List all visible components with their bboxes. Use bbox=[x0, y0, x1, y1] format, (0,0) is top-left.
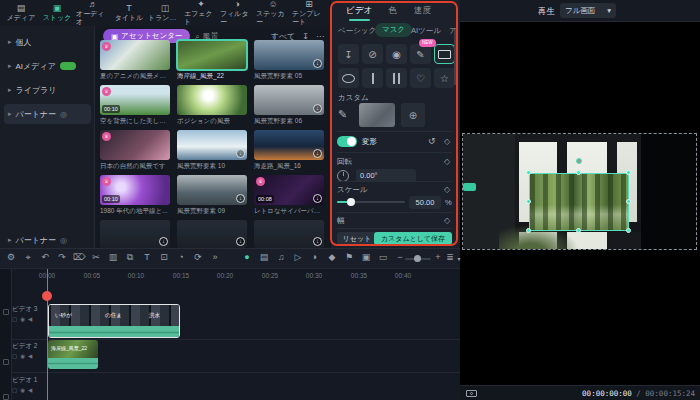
audio-tool-icon[interactable]: ♫ bbox=[274, 252, 288, 262]
undo-icon[interactable]: ↶ bbox=[38, 252, 52, 262]
download-icon[interactable]: ↓ bbox=[313, 59, 322, 68]
record-voiceover-icon[interactable]: ● bbox=[240, 252, 254, 262]
keyframe-tool-icon[interactable]: ◆ bbox=[325, 252, 339, 262]
save-as-custom-button[interactable]: カスタムとして保存 bbox=[374, 232, 452, 245]
lock-icon[interactable]: ▢ bbox=[12, 353, 17, 359]
timeline-zoom-knob[interactable] bbox=[414, 255, 421, 262]
custom-mask-thumbnail[interactable] bbox=[359, 103, 395, 127]
mute-icon[interactable]: ◀ bbox=[28, 316, 32, 322]
menu-effect[interactable]: ✦エフェクト bbox=[184, 1, 218, 25]
resize-handle[interactable] bbox=[526, 170, 531, 175]
sidebar-item-partner-bottom[interactable]: ▸パートナー◎ bbox=[4, 230, 91, 250]
subtab-ai-tool[interactable]: AIツール bbox=[411, 26, 441, 36]
timeline-clip-video2[interactable]: 海岸線_風景_22 bbox=[48, 340, 98, 369]
eye-icon[interactable]: ◉ bbox=[20, 353, 25, 359]
text-tool-icon[interactable]: T bbox=[140, 252, 154, 262]
lock-icon[interactable]: ▢ bbox=[12, 387, 17, 393]
preview-play-icon[interactable]: ▷ bbox=[291, 252, 305, 262]
eye-icon[interactable]: ◉ bbox=[20, 387, 25, 393]
keyframe-diamond-icon[interactable]: ◇ bbox=[444, 185, 450, 194]
download-icon[interactable]: ↓ bbox=[236, 194, 245, 203]
library-item[interactable]: ♕ 夏のアニメの風景メデ... bbox=[100, 40, 170, 81]
menu-audio[interactable]: ♬オーディオ bbox=[76, 1, 110, 25]
keyframe-diamond-icon[interactable]: ◇ bbox=[444, 157, 450, 166]
pointer-icon[interactable]: ⌖ bbox=[21, 252, 35, 263]
library-item-selected[interactable]: 海岸線_風景_22 bbox=[177, 40, 247, 81]
keyframe-diamond-icon[interactable]: ◇ bbox=[444, 137, 450, 146]
sidebar-item-personal[interactable]: ▸個人 bbox=[4, 32, 91, 52]
split-scissors-icon[interactable]: ✂ bbox=[89, 252, 103, 262]
library-item[interactable]: ↓ 風景荒野要素 10 bbox=[177, 130, 247, 171]
mask-draw-button[interactable]: ✎ bbox=[410, 44, 431, 64]
menu-filter[interactable]: ◑フィルター bbox=[220, 1, 254, 25]
mask-parallel-button[interactable] bbox=[386, 68, 407, 88]
download-icon[interactable]: ↓ bbox=[159, 237, 168, 246]
library-item[interactable]: ↓ 海走路_風景_16 bbox=[254, 130, 324, 171]
mute-icon[interactable]: ◀ bbox=[28, 353, 32, 359]
library-item[interactable]: ↓ bbox=[254, 220, 324, 248]
speed-icon[interactable]: ◔ bbox=[174, 252, 188, 262]
resize-handle[interactable] bbox=[526, 228, 531, 233]
download-icon[interactable]: ↓ bbox=[313, 104, 322, 113]
scene-detect-icon[interactable]: ▤ bbox=[257, 252, 271, 262]
download-icon[interactable]: ↓ bbox=[236, 149, 245, 158]
lock-icon[interactable]: ▢ bbox=[12, 316, 17, 322]
resize-handle[interactable] bbox=[576, 170, 581, 175]
mute-icon[interactable]: ◀ bbox=[28, 387, 32, 393]
library-item[interactable]: ↓ 風景荒野要素 09 bbox=[177, 175, 247, 216]
timeline-clip-video3[interactable]: い砂が の住ま 洪水 bbox=[48, 304, 180, 338]
library-item[interactable]: ↓ 風景荒野要素 05 bbox=[254, 40, 324, 81]
more-tools-icon[interactable]: » bbox=[208, 252, 222, 262]
download-icon[interactable]: ↓ bbox=[313, 237, 322, 246]
mask-line-button[interactable] bbox=[362, 68, 383, 88]
zoom-out-icon[interactable]: − bbox=[393, 252, 407, 262]
tab-color[interactable]: 色 bbox=[388, 5, 397, 17]
menu-media[interactable]: ▤メディア bbox=[4, 1, 38, 25]
resize-handle[interactable] bbox=[626, 170, 631, 175]
mask-import-button[interactable]: ↧ bbox=[338, 44, 359, 64]
resize-handle[interactable] bbox=[526, 199, 531, 204]
crop-ratio-icon[interactable]: ⊡ bbox=[157, 252, 171, 262]
panel-scrollbar[interactable] bbox=[454, 30, 457, 85]
track-option-icon[interactable] bbox=[3, 309, 9, 315]
reset-keyframe-icon[interactable]: ↺ bbox=[428, 136, 436, 146]
eye-icon[interactable]: ◉ bbox=[20, 316, 25, 322]
rotate-handle[interactable] bbox=[576, 158, 582, 164]
crop-icon[interactable]: ▥ bbox=[106, 252, 120, 262]
redo-icon[interactable]: ↷ bbox=[55, 252, 69, 262]
track-option-icon[interactable] bbox=[3, 359, 9, 365]
menu-sticker[interactable]: ☺ステッカー bbox=[256, 1, 290, 25]
delete-icon[interactable]: ⌦ bbox=[72, 252, 86, 262]
playhead-line[interactable] bbox=[47, 269, 48, 400]
marker-flag-icon[interactable]: ⚑ bbox=[342, 252, 356, 262]
mask-ellipse-button[interactable] bbox=[338, 68, 359, 88]
duplicate-icon[interactable]: ⧉ bbox=[123, 252, 137, 263]
resize-handle[interactable] bbox=[576, 228, 581, 233]
download-icon[interactable]: ↓ bbox=[236, 237, 245, 246]
rotate-tool-icon[interactable]: ⟳ bbox=[191, 252, 205, 262]
custom-add-button[interactable]: ⊕ bbox=[401, 103, 425, 127]
chevron-down-icon[interactable]: ▾ bbox=[452, 255, 466, 262]
screen-fit-icon[interactable]: ▭ bbox=[376, 252, 390, 262]
snapshot-tool-icon[interactable]: ▣ bbox=[359, 252, 373, 262]
scale-slider-knob[interactable] bbox=[347, 198, 355, 206]
mask-heart-button[interactable]: ♡ bbox=[410, 68, 431, 88]
resize-handle[interactable] bbox=[626, 228, 631, 233]
mask-star-button[interactable]: ☆ bbox=[434, 68, 455, 88]
tab-speed[interactable]: 速度 bbox=[414, 5, 431, 17]
library-item[interactable]: ♕00:10 空を背景にした美しい... bbox=[100, 85, 170, 126]
library-item[interactable]: ↓ bbox=[177, 220, 247, 248]
playhead-handle[interactable] bbox=[42, 291, 52, 301]
menu-title[interactable]: Tタイトル bbox=[112, 1, 146, 25]
mask-rectangle-button[interactable] bbox=[434, 44, 455, 64]
track-option-icon[interactable] bbox=[3, 394, 9, 400]
library-item[interactable]: ポジションの風景 bbox=[177, 85, 247, 126]
mask-ai-button[interactable]: ◉ bbox=[386, 44, 407, 64]
download-icon[interactable]: ↓ bbox=[313, 194, 322, 203]
tab-video[interactable]: ビデオ bbox=[346, 5, 372, 17]
mask-none-button[interactable]: ⊘ bbox=[362, 44, 383, 64]
library-item[interactable]: ↓ bbox=[100, 220, 170, 248]
mask-overlay-forest[interactable] bbox=[529, 173, 629, 231]
transform-toggle[interactable] bbox=[337, 136, 357, 147]
custom-draw-icon[interactable]: ✎ bbox=[338, 108, 347, 121]
